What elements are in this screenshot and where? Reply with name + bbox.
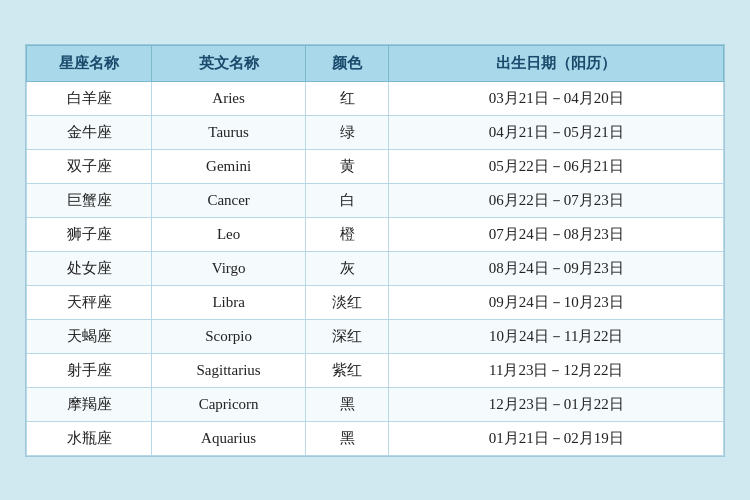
cell-en: Scorpio bbox=[152, 319, 305, 353]
cell-en: Libra bbox=[152, 285, 305, 319]
table-row: 天秤座Libra淡红09月24日－10月23日 bbox=[27, 285, 724, 319]
header-cn: 星座名称 bbox=[27, 45, 152, 81]
table-row: 天蝎座Scorpio深红10月24日－11月22日 bbox=[27, 319, 724, 353]
cell-en: Capricorn bbox=[152, 387, 305, 421]
cell-color: 灰 bbox=[305, 251, 389, 285]
cell-date: 11月23日－12月22日 bbox=[389, 353, 724, 387]
cell-en: Leo bbox=[152, 217, 305, 251]
cell-color: 淡红 bbox=[305, 285, 389, 319]
cell-cn: 水瓶座 bbox=[27, 421, 152, 455]
header-date: 出生日期（阳历） bbox=[389, 45, 724, 81]
header-en: 英文名称 bbox=[152, 45, 305, 81]
cell-en: Sagittarius bbox=[152, 353, 305, 387]
cell-color: 深红 bbox=[305, 319, 389, 353]
cell-date: 04月21日－05月21日 bbox=[389, 115, 724, 149]
cell-cn: 金牛座 bbox=[27, 115, 152, 149]
cell-date: 07月24日－08月23日 bbox=[389, 217, 724, 251]
table-row: 白羊座Aries红03月21日－04月20日 bbox=[27, 81, 724, 115]
cell-cn: 射手座 bbox=[27, 353, 152, 387]
cell-cn: 处女座 bbox=[27, 251, 152, 285]
table-row: 水瓶座Aquarius黑01月21日－02月19日 bbox=[27, 421, 724, 455]
cell-color: 红 bbox=[305, 81, 389, 115]
cell-en: Cancer bbox=[152, 183, 305, 217]
cell-en: Aquarius bbox=[152, 421, 305, 455]
cell-cn: 双子座 bbox=[27, 149, 152, 183]
table-row: 狮子座Leo橙07月24日－08月23日 bbox=[27, 217, 724, 251]
cell-color: 黑 bbox=[305, 421, 389, 455]
cell-en: Aries bbox=[152, 81, 305, 115]
cell-date: 10月24日－11月22日 bbox=[389, 319, 724, 353]
table-row: 金牛座Taurus绿04月21日－05月21日 bbox=[27, 115, 724, 149]
header-color: 颜色 bbox=[305, 45, 389, 81]
cell-en: Gemini bbox=[152, 149, 305, 183]
table-row: 射手座Sagittarius紫红11月23日－12月22日 bbox=[27, 353, 724, 387]
table-row: 处女座Virgo灰08月24日－09月23日 bbox=[27, 251, 724, 285]
table-row: 双子座Gemini黄05月22日－06月21日 bbox=[27, 149, 724, 183]
cell-color: 橙 bbox=[305, 217, 389, 251]
cell-cn: 天秤座 bbox=[27, 285, 152, 319]
cell-cn: 天蝎座 bbox=[27, 319, 152, 353]
cell-en: Virgo bbox=[152, 251, 305, 285]
cell-date: 08月24日－09月23日 bbox=[389, 251, 724, 285]
cell-cn: 白羊座 bbox=[27, 81, 152, 115]
table-header-row: 星座名称 英文名称 颜色 出生日期（阳历） bbox=[27, 45, 724, 81]
cell-date: 06月22日－07月23日 bbox=[389, 183, 724, 217]
zodiac-table-container: 星座名称 英文名称 颜色 出生日期（阳历） 白羊座Aries红03月21日－04… bbox=[25, 44, 725, 457]
cell-cn: 摩羯座 bbox=[27, 387, 152, 421]
table-row: 巨蟹座Cancer白06月22日－07月23日 bbox=[27, 183, 724, 217]
cell-cn: 巨蟹座 bbox=[27, 183, 152, 217]
cell-date: 12月23日－01月22日 bbox=[389, 387, 724, 421]
cell-color: 白 bbox=[305, 183, 389, 217]
cell-color: 绿 bbox=[305, 115, 389, 149]
zodiac-table: 星座名称 英文名称 颜色 出生日期（阳历） 白羊座Aries红03月21日－04… bbox=[26, 45, 724, 456]
cell-date: 05月22日－06月21日 bbox=[389, 149, 724, 183]
cell-date: 03月21日－04月20日 bbox=[389, 81, 724, 115]
table-row: 摩羯座Capricorn黑12月23日－01月22日 bbox=[27, 387, 724, 421]
cell-cn: 狮子座 bbox=[27, 217, 152, 251]
cell-en: Taurus bbox=[152, 115, 305, 149]
cell-color: 黑 bbox=[305, 387, 389, 421]
cell-color: 黄 bbox=[305, 149, 389, 183]
cell-color: 紫红 bbox=[305, 353, 389, 387]
cell-date: 09月24日－10月23日 bbox=[389, 285, 724, 319]
cell-date: 01月21日－02月19日 bbox=[389, 421, 724, 455]
